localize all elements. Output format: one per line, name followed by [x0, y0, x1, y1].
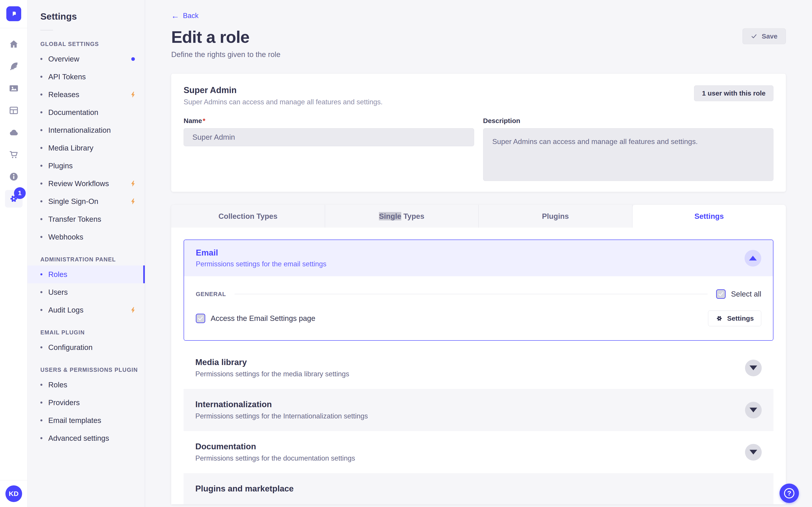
page-title: Edit a role: [171, 27, 786, 47]
settings-tab-panel: Email Permissions settings for the email…: [171, 228, 786, 504]
main-content: ← Back Edit a role Define the rights giv…: [145, 0, 812, 507]
role-card: Super Admin Super Admins can access and …: [171, 74, 786, 192]
marketplace-cart-icon[interactable]: [5, 146, 22, 163]
title-divider: [40, 30, 53, 31]
back-link[interactable]: ← Back: [171, 12, 199, 20]
bullet-icon: [40, 273, 42, 275]
user-avatar[interactable]: KD: [5, 485, 22, 502]
notification-dot-icon: [131, 57, 135, 61]
media-library-accordion[interactable]: Media library Permissions settings for t…: [184, 347, 773, 389]
expand-button[interactable]: [745, 360, 762, 376]
sidebar-item-up-roles[interactable]: Roles: [28, 376, 145, 394]
media-library-picture-icon[interactable]: [5, 79, 22, 97]
description-label: Description: [483, 117, 774, 125]
selected-text-highlight: Single: [379, 212, 401, 220]
expand-button[interactable]: [745, 444, 762, 461]
name-label: Name*: [184, 117, 474, 125]
sidebar-item-overview[interactable]: Overview: [28, 50, 145, 68]
bullet-icon: [40, 309, 42, 311]
email-accordion-title: Email: [196, 248, 326, 258]
sidebar-item-audit-logs[interactable]: Audit Logs: [28, 301, 145, 319]
select-all-group[interactable]: Select all: [716, 289, 761, 299]
page-subtitle: Define the rights given to the role: [171, 50, 786, 59]
sidebar-item-review-workflows[interactable]: Review Workflows: [28, 175, 145, 192]
email-accordion-header[interactable]: Email Permissions settings for the email…: [184, 240, 773, 276]
tab-settings[interactable]: Settings: [632, 205, 786, 228]
question-mark-icon: ?: [784, 488, 795, 498]
internationalization-accordion[interactable]: Internationalization Permissions setting…: [184, 389, 773, 431]
settings-sidebar: Settings GLOBAL SETTINGS Overview API To…: [28, 0, 145, 507]
cloud-icon[interactable]: [5, 124, 22, 141]
access-email-settings-group[interactable]: Access the Email Settings page: [196, 314, 315, 323]
name-input[interactable]: Super Admin: [184, 128, 474, 146]
gear-icon: [715, 315, 723, 322]
divider: [235, 294, 708, 294]
settings-gear-icon[interactable]: 1: [5, 190, 22, 208]
bullet-icon: [40, 111, 42, 113]
section-label-email-plugin: EMAIL PLUGIN: [28, 329, 145, 336]
sidebar-item-internationalization[interactable]: Internationalization: [28, 121, 145, 139]
info-icon[interactable]: [5, 168, 22, 185]
sidebar-item-webhooks[interactable]: Webhooks: [28, 228, 145, 246]
plugins-marketplace-accordion[interactable]: Plugins and marketplace: [184, 473, 773, 504]
users-with-role-button[interactable]: 1 user with this role: [694, 86, 773, 101]
tab-plugins[interactable]: Plugins: [478, 205, 632, 228]
bullet-icon: [40, 147, 42, 149]
email-settings-button[interactable]: Settings: [708, 311, 761, 326]
sidebar-item-email-configuration[interactable]: Configuration: [28, 338, 145, 356]
sidebar-item-media-library[interactable]: Media Library: [28, 139, 145, 157]
rail-bottom: KD: [0, 480, 28, 507]
sidebar-title: Settings: [28, 11, 145, 22]
sidebar-item-email-templates[interactable]: Email templates: [28, 411, 145, 429]
sidebar-item-single-sign-on[interactable]: Single Sign-On: [28, 192, 145, 210]
bullet-icon: [40, 76, 42, 78]
help-button[interactable]: ?: [779, 484, 799, 503]
bullet-icon: [40, 200, 42, 202]
rail-icon-list: 1: [5, 31, 22, 208]
select-all-checkbox[interactable]: [716, 289, 726, 299]
collapse-button[interactable]: [745, 250, 761, 267]
sidebar-item-releases[interactable]: Releases: [28, 86, 145, 103]
required-asterisk: *: [203, 117, 205, 124]
description-textarea[interactable]: Super Admins can access and manage all f…: [483, 128, 774, 181]
section-label-administration-panel: ADMINISTRATION PANEL: [28, 256, 145, 263]
home-icon[interactable]: [5, 36, 22, 53]
tab-bar: Collection Types Single Types Plugins Se…: [171, 205, 786, 228]
role-description-text: Super Admins can access and manage all f…: [184, 98, 383, 106]
save-button[interactable]: Save: [743, 29, 786, 44]
section-label-users-permissions-plugin: USERS & PERMISSIONS PLUGIN: [28, 367, 145, 373]
sidebar-item-plugins[interactable]: Plugins: [28, 157, 145, 175]
chevron-up-icon: [749, 256, 757, 261]
email-accordion-subtitle: Permissions settings for the email setti…: [196, 260, 326, 268]
email-accordion-body: GENERAL Select all: [184, 276, 773, 340]
sidebar-item-api-tokens[interactable]: API Tokens: [28, 68, 145, 86]
sidebar-item-documentation[interactable]: Documentation: [28, 103, 145, 121]
back-label: Back: [183, 12, 199, 20]
bullet-icon: [40, 218, 42, 220]
strapi-logo-icon[interactable]: [6, 6, 21, 21]
email-accordion: Email Permissions settings for the email…: [184, 239, 773, 341]
divider: [0, 28, 28, 28]
sidebar-item-admin-users[interactable]: Users: [28, 283, 145, 301]
divider: [0, 480, 28, 481]
sidebar-item-admin-roles[interactable]: Roles: [28, 266, 145, 283]
check-icon: [198, 316, 203, 321]
general-section-label: GENERAL: [196, 291, 226, 298]
sidebar-item-advanced-settings[interactable]: Advanced settings: [28, 429, 145, 447]
sidebar-item-providers[interactable]: Providers: [28, 394, 145, 411]
sidebar-item-transfer-tokens[interactable]: Transfer Tokens: [28, 210, 145, 228]
expand-button[interactable]: [745, 402, 762, 418]
layout-icon[interactable]: [5, 102, 22, 119]
documentation-accordion[interactable]: Documentation Permissions settings for t…: [184, 431, 773, 473]
email-settings-button-label: Settings: [727, 315, 754, 322]
icon-rail: 1 KD: [0, 0, 28, 507]
tab-single-types[interactable]: Single Types: [325, 205, 479, 228]
tab-collection-types[interactable]: Collection Types: [171, 205, 325, 228]
role-name-title: Super Admin: [184, 86, 383, 95]
chevron-down-icon: [750, 365, 757, 370]
bullet-icon: [40, 58, 42, 60]
chevron-down-icon: [750, 450, 757, 454]
access-email-settings-label: Access the Email Settings page: [211, 314, 315, 323]
content-builder-feather-icon[interactable]: [5, 57, 22, 75]
access-email-settings-checkbox[interactable]: [196, 314, 205, 323]
